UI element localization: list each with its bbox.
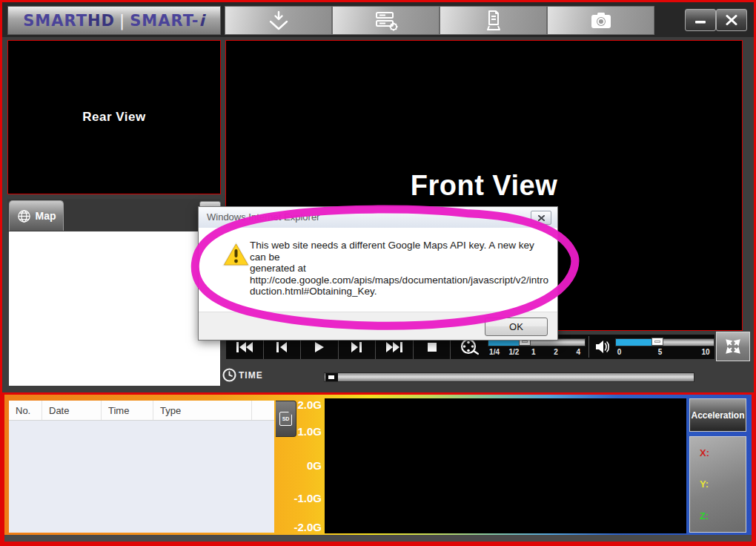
map-canvas[interactable]	[9, 231, 220, 386]
acceleration-button[interactable]: Acceleration	[689, 398, 746, 432]
logo-smart: SMART	[23, 12, 87, 30]
acceleration-button-label: Acceleration	[691, 410, 744, 421]
front-view-label: Front View	[411, 170, 558, 202]
gear-icon	[389, 22, 397, 30]
volume-slider-group: 0 5 10	[615, 335, 714, 359]
volume-speaker[interactable]	[592, 335, 616, 359]
logo-divider: |	[115, 12, 130, 30]
fullscreen-icon	[725, 338, 741, 355]
download-icon	[267, 10, 291, 32]
logo-i: i	[199, 12, 205, 30]
volume-tick: 0	[617, 348, 622, 356]
skip-end-icon	[386, 342, 402, 352]
time-slider[interactable]	[324, 372, 694, 382]
accel-y-label: Y:	[700, 478, 746, 490]
bottom-strip	[4, 535, 752, 542]
warning-icon	[222, 241, 251, 267]
column-header-no[interactable]: No.	[9, 401, 42, 420]
logo-hd: HD	[87, 12, 115, 30]
dialog-titlebar[interactable]: Windows Internet Explorer	[199, 207, 557, 228]
app-logo-text: SMARTHD|SMART-i	[23, 12, 205, 30]
play-icon	[315, 342, 324, 352]
clock-icon	[222, 368, 236, 382]
column-header-date[interactable]: Date	[42, 401, 102, 420]
event-table-header: No. Date Time Type	[9, 401, 274, 421]
prev-frame-icon	[276, 342, 287, 352]
g-axis-label: -1.0G	[291, 492, 322, 504]
speed-tick: 1	[531, 348, 536, 356]
g-axis-label: 1.0G	[291, 425, 322, 438]
g-axis-label: 2.0G	[291, 398, 322, 411]
accel-z-label: Z:	[700, 510, 746, 522]
dashcam-viewer-window: SMARTHD|SMART-i	[0, 0, 756, 546]
close-button[interactable]	[716, 9, 747, 31]
settings-icon	[374, 10, 399, 31]
sd-card-icon: SD	[279, 412, 292, 426]
minimize-button[interactable]	[685, 9, 716, 31]
accel-x-label: X:	[700, 447, 746, 458]
globe-icon	[17, 209, 31, 223]
column-header-time[interactable]: Time	[102, 401, 153, 420]
speed-tick: 1/2	[508, 348, 519, 356]
time-label: TIME	[239, 370, 263, 381]
acceleration-values-panel: X: Y: Z:	[689, 436, 746, 533]
speed-tick-labels: 1/4 1/2 1 2 4	[488, 348, 586, 358]
column-header-type[interactable]: Type	[153, 401, 252, 420]
volume-tick: 10	[701, 348, 709, 356]
rear-view-label: Rear View	[82, 110, 145, 125]
close-icon	[726, 15, 737, 25]
g-axis-label: -2.0G	[291, 521, 322, 533]
speaker-icon	[596, 341, 611, 353]
settings-button[interactable]	[332, 6, 440, 35]
close-icon	[538, 215, 545, 221]
fullscreen-button[interactable]	[716, 332, 750, 361]
dialog-close-button[interactable]	[531, 211, 551, 225]
map-tab-label: Map	[36, 210, 56, 222]
stop-icon	[428, 343, 437, 352]
print-icon	[483, 10, 504, 32]
dialog-footer: OK	[199, 312, 557, 340]
camera-icon	[589, 12, 613, 30]
volume-slider[interactable]	[615, 338, 714, 346]
dialog-body: This web site needs a different Google M…	[199, 228, 557, 312]
gsensor-chart	[325, 398, 686, 533]
logo-smart2: SMART-	[130, 12, 199, 30]
event-table[interactable]: No. Date Time Type	[9, 401, 274, 533]
snapshot-button[interactable]	[547, 6, 654, 35]
time-slider-handle[interactable]	[325, 373, 338, 381]
column-header-blank	[252, 401, 274, 420]
tab-map[interactable]: Map	[9, 200, 64, 231]
speed-tick: 1/4	[489, 348, 500, 356]
print-button[interactable]	[440, 6, 547, 35]
skip-start-icon	[236, 342, 253, 352]
ie-alert-dialog: Windows Internet Explorer This web site …	[198, 206, 558, 341]
ok-button[interactable]: OK	[485, 318, 548, 336]
rear-view-panel: Rear View	[7, 40, 221, 194]
dialog-message: This web site needs a different Google M…	[250, 240, 552, 297]
minimize-icon	[694, 15, 706, 25]
open-file-button[interactable]	[225, 6, 332, 35]
next-frame-icon	[351, 342, 362, 352]
volume-tick-labels: 0 5 10	[615, 348, 714, 358]
g-axis-label: 0G	[291, 459, 322, 472]
playback-divider	[588, 336, 589, 358]
volume-slider-handle[interactable]	[651, 338, 663, 346]
dialog-title: Windows Internet Explorer	[207, 211, 319, 223]
app-logo: SMARTHD|SMART-i	[7, 6, 221, 35]
speed-tick: 4	[577, 348, 581, 356]
volume-tick: 5	[658, 348, 663, 356]
speed-tick: 2	[554, 348, 558, 356]
